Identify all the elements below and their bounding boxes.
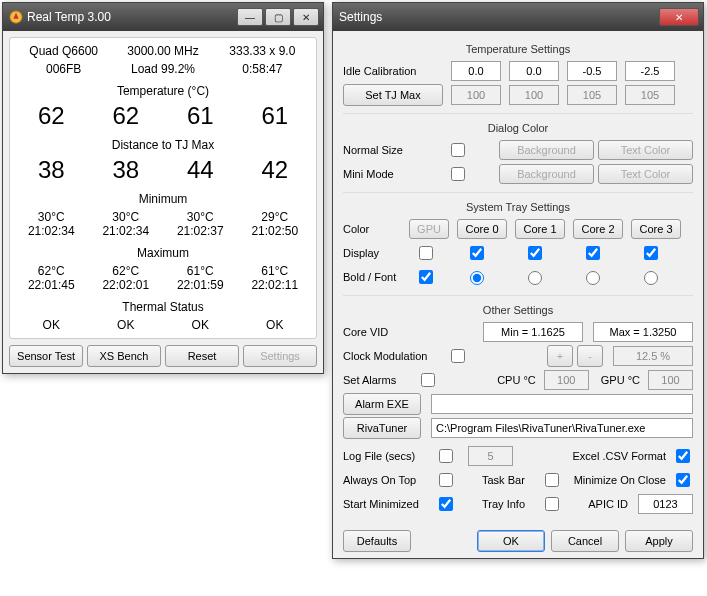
sensor-test-button[interactable]: Sensor Test: [9, 345, 83, 367]
mini-mode-checkbox[interactable]: [451, 167, 465, 181]
tj-2: [567, 85, 617, 105]
status2: OK: [163, 318, 238, 332]
minimize-on-close-checkbox[interactable]: [676, 473, 690, 487]
set-tj-max-button[interactable]: Set TJ Max: [343, 84, 443, 106]
taskbar-checkbox[interactable]: [545, 473, 559, 487]
settings-title: Settings: [339, 10, 382, 24]
settings-titlebar[interactable]: Settings ✕: [333, 3, 703, 31]
max-t0: 22:01:45: [14, 278, 89, 292]
core-vid-label: Core VID: [343, 326, 443, 338]
temp-core0: 62: [14, 102, 89, 130]
vid-min: [483, 322, 583, 342]
tray-info-checkbox[interactable]: [545, 497, 559, 511]
maximize-button[interactable]: ▢: [265, 8, 291, 26]
rivatuner-path[interactable]: [431, 418, 693, 438]
ok-button[interactable]: OK: [477, 530, 545, 552]
uptime: 0:58:47: [213, 62, 312, 76]
dialog-color-group: Dialog Color Normal Size Background Text…: [343, 118, 693, 193]
display-core2-checkbox[interactable]: [586, 246, 600, 260]
xs-bench-button[interactable]: XS Bench: [87, 345, 161, 367]
min-v2: 30°C: [163, 210, 238, 224]
max-v1: 62°C: [89, 264, 164, 278]
display-core0-checkbox[interactable]: [470, 246, 484, 260]
font-core0-radio[interactable]: [470, 271, 484, 285]
tray-bold-label: Bold / Font: [343, 271, 401, 283]
tray-display-label: Display: [343, 247, 401, 259]
alarm-exe-path[interactable]: [431, 394, 693, 414]
gpu-color-button: GPU: [409, 219, 449, 239]
mini-mode-label: Mini Mode: [343, 168, 443, 180]
minimum-label: Minimum: [14, 192, 312, 206]
status0: OK: [14, 318, 89, 332]
tj-core1: 38: [89, 156, 164, 184]
always-on-top-checkbox[interactable]: [439, 473, 453, 487]
always-on-top-label: Always On Top: [343, 474, 431, 486]
idle-cal-0[interactable]: [451, 61, 501, 81]
display-core1-checkbox[interactable]: [528, 246, 542, 260]
tray-info-label: Tray Info: [482, 498, 537, 510]
normal-size-checkbox[interactable]: [451, 143, 465, 157]
defaults-button[interactable]: Defaults: [343, 530, 411, 552]
rivatuner-button[interactable]: RivaTuner: [343, 417, 421, 439]
clock-mod-label: Clock Modulation: [343, 350, 443, 362]
settings-window: Settings ✕ Temperature Settings Idle Cal…: [332, 2, 704, 559]
min-t1: 21:02:34: [89, 224, 164, 238]
core3-color-button[interactable]: Core 3: [631, 219, 681, 239]
bold-checkbox[interactable]: [419, 270, 433, 284]
realtemp-main-window: Real Temp 3.00 — ▢ ✕ Quad Q6600 3000.00 …: [2, 2, 324, 374]
max-v3: 61°C: [238, 264, 313, 278]
display-gpu-checkbox[interactable]: [419, 246, 433, 260]
cpu-c-label: CPU °C: [497, 374, 536, 386]
clock-pct: [613, 346, 693, 366]
core2-color-button[interactable]: Core 2: [573, 219, 623, 239]
thermal-status-label: Thermal Status: [14, 300, 312, 314]
display-core3-checkbox[interactable]: [644, 246, 658, 260]
clock-mod-checkbox[interactable]: [451, 349, 465, 363]
titlebar[interactable]: Real Temp 3.00 — ▢ ✕: [3, 3, 323, 31]
other-title: Other Settings: [343, 304, 693, 316]
min-v0: 30°C: [14, 210, 89, 224]
taskbar-label: Task Bar: [482, 474, 537, 486]
csv-checkbox[interactable]: [676, 449, 690, 463]
cpu-name: Quad Q6600: [14, 44, 113, 58]
tjmax-label: Distance to TJ Max: [14, 138, 312, 152]
status3: OK: [238, 318, 313, 332]
min-t3: 21:02:50: [238, 224, 313, 238]
tray-color-label: Color: [343, 223, 401, 235]
tray-title: System Tray Settings: [343, 201, 693, 213]
cancel-button[interactable]: Cancel: [551, 530, 619, 552]
temp-core2: 61: [163, 102, 238, 130]
alarm-exe-button[interactable]: Alarm EXE: [343, 393, 421, 415]
font-core3-radio[interactable]: [644, 271, 658, 285]
cpu-load: Load 99.2%: [113, 62, 212, 76]
log-file-checkbox[interactable]: [439, 449, 453, 463]
min-v3: 29°C: [238, 210, 313, 224]
font-core2-radio[interactable]: [586, 271, 600, 285]
start-minimized-label: Start Minimized: [343, 498, 431, 510]
vid-max: [593, 322, 693, 342]
min-v1: 30°C: [89, 210, 164, 224]
max-t3: 22:02:11: [238, 278, 313, 292]
tj-1: [509, 85, 559, 105]
gpu-alarm-input: [648, 370, 693, 390]
close-button[interactable]: ✕: [293, 8, 319, 26]
settings-close-button[interactable]: ✕: [659, 8, 699, 26]
main-panel: Quad Q6600 3000.00 MHz 333.33 x 9.0 006F…: [9, 37, 317, 339]
reset-button[interactable]: Reset: [165, 345, 239, 367]
core0-color-button[interactable]: Core 0: [457, 219, 507, 239]
idle-cal-1[interactable]: [509, 61, 559, 81]
idle-cal-2[interactable]: [567, 61, 617, 81]
csv-label: Excel .CSV Format: [572, 450, 666, 462]
temp-core1: 62: [89, 102, 164, 130]
tj-0: [451, 85, 501, 105]
font-core1-radio[interactable]: [528, 271, 542, 285]
core1-color-button[interactable]: Core 1: [515, 219, 565, 239]
normal-text-button: Text Color: [598, 140, 693, 160]
apply-button[interactable]: Apply: [625, 530, 693, 552]
idle-cal-3[interactable]: [625, 61, 675, 81]
minimize-button[interactable]: —: [237, 8, 263, 26]
apic-id-label: APIC ID: [588, 498, 628, 510]
temperature-settings-group: Temperature Settings Idle Calibration Se…: [343, 39, 693, 114]
start-minimized-checkbox[interactable]: [439, 497, 453, 511]
set-alarms-checkbox[interactable]: [421, 373, 435, 387]
